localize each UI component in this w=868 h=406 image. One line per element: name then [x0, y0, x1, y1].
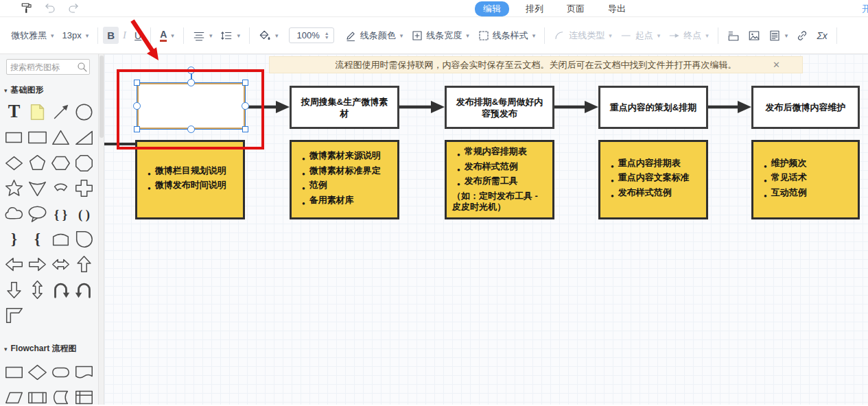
insert-note-button[interactable]: ▾ [764, 27, 793, 45]
note-node[interactable]: ●微博素材来源说明●微博素材标准界定●范例●备用素材库 [290, 140, 399, 219]
redo-icon[interactable] [67, 2, 80, 14]
tab-export[interactable]: 导出 [601, 1, 633, 16]
shape-arc-shape-icon[interactable] [49, 177, 72, 200]
shape-block-arrow-up-icon[interactable] [73, 253, 95, 276]
line-width-button[interactable]: 线条宽度▾ [407, 27, 473, 45]
shape-block-arrow-down-icon[interactable] [3, 278, 25, 301]
tab-page[interactable]: 页面 [560, 1, 591, 16]
shape-sticky-note-icon[interactable] [26, 101, 49, 123]
shape-triangle-icon[interactable] [49, 126, 72, 149]
close-icon[interactable]: ✕ [773, 60, 780, 70]
shape-internal-storage-icon[interactable] [73, 386, 95, 405]
shape-right-triangle-icon[interactable] [73, 126, 95, 149]
shape-terminator-icon[interactable] [49, 361, 72, 383]
shape-block-arrow-double-icon[interactable] [49, 253, 72, 276]
flow-node[interactable]: 重点内容的策划&排期 [598, 86, 708, 129]
shape-brace-left-icon[interactable]: { [26, 228, 49, 250]
section-flowchart-shapes[interactable]: ▾ Flowchart 流程图 [4, 343, 77, 355]
shape-decision-icon[interactable] [26, 361, 49, 383]
bold-button[interactable]: B [103, 27, 119, 44]
collapse-triangle-icon: ▾ [4, 346, 8, 353]
shape-cloud-icon[interactable] [3, 202, 25, 225]
topbar-partial-link[interactable]: 开 [862, 3, 868, 15]
shape-rectangle-large-icon[interactable] [26, 126, 49, 149]
shape-paren-pair-icon[interactable]: ( ) [73, 202, 95, 225]
shape-block-arrow-updown-icon[interactable] [26, 278, 49, 301]
format-painter-icon[interactable] [21, 2, 33, 14]
line-style-button[interactable]: 线条样式▾ [473, 27, 540, 45]
shape-cone-icon[interactable] [26, 177, 49, 200]
font-size-select[interactable]: 13px▾ [58, 27, 93, 43]
line-color-button[interactable]: 线条颜色▾ [341, 27, 408, 45]
search-input[interactable] [10, 62, 76, 72]
tab-arrange[interactable]: 排列 [519, 1, 550, 16]
bullet-icon: ● [611, 176, 614, 187]
insert-link-button[interactable] [792, 27, 812, 45]
zoom-stepper[interactable]: ▲▼ [325, 32, 329, 40]
shape-pentagon-icon[interactable] [26, 152, 49, 174]
shape-corner-shape-icon[interactable] [3, 304, 25, 326]
diagram-canvas[interactable]: 流程图使用时需保持联网，内容会实时保存至云文档。关闭后可在云文档中找到文件并打开… [104, 54, 868, 405]
shape-predefined-process-icon[interactable] [26, 386, 49, 405]
section-basic-shapes[interactable]: ▾ 基础图形 [4, 84, 44, 96]
note-node[interactable]: ●维护频次●常见话术●互动范例 [751, 140, 860, 219]
undo-icon[interactable] [44, 2, 56, 14]
flowchart-shapes-grid [2, 359, 98, 405]
shape-stored-data-icon[interactable] [49, 386, 72, 405]
font-family-select[interactable]: 微软雅黑▾ [7, 27, 58, 45]
shape-rectangle-icon[interactable] [3, 126, 25, 149]
zoom-control[interactable]: 100% ▲▼ [289, 27, 333, 43]
flow-node[interactable]: 发布后微博内容维护 [751, 86, 860, 129]
shape-parallelogram-icon[interactable] [3, 386, 25, 405]
note-node[interactable]: ●微博栏目规划说明●微博发布时间说明 [135, 140, 245, 219]
chevron-down-icon: ▾ [209, 32, 213, 39]
shape-block-arrow-right-icon[interactable] [26, 253, 49, 276]
chevron-down-icon: ▾ [532, 32, 536, 39]
shape-line-arrow-icon[interactable] [49, 101, 72, 123]
shape-brace-pair-icon[interactable]: { } [49, 202, 72, 225]
bullet-icon: ● [764, 161, 767, 173]
sidebar-scrollbar[interactable] [99, 54, 104, 405]
toolbar-divider [718, 27, 718, 44]
shape-hexagon-icon[interactable] [49, 152, 72, 174]
shape-diamond-icon[interactable] [3, 152, 25, 174]
flow-node[interactable]: 按周搜集&生产微博素材 [290, 86, 399, 129]
shape-cross-icon[interactable] [73, 177, 95, 200]
text-align-button[interactable]: ▾ [189, 27, 217, 45]
chevron-down-icon: ▾ [275, 32, 279, 39]
end-point-button: 终点▾ [664, 27, 713, 45]
shape-document-icon[interactable] [73, 361, 95, 383]
shape-star-icon[interactable] [3, 177, 25, 200]
connector-stub[interactable] [104, 143, 135, 145]
shape-brace-right-icon[interactable]: } [3, 228, 25, 250]
tab-edit[interactable]: 编辑 [475, 1, 509, 16]
shape-text-icon[interactable]: T [3, 101, 25, 123]
italic-button[interactable]: I [119, 27, 130, 44]
fill-color-button[interactable]: ▾ [255, 27, 283, 45]
shape-direct-data-icon[interactable] [73, 228, 95, 250]
note-node[interactable]: ●常规内容排期表●发布样式范例●发布所需工具（如：定时发布工具 -皮皮时光机） [445, 140, 554, 219]
line-spacing-button[interactable]: ▾ [216, 27, 244, 45]
scrollbar-thumb[interactable] [99, 56, 104, 138]
rotation-handle[interactable] [187, 67, 195, 74]
selected-flow-node[interactable] [137, 83, 245, 129]
shape-search-box[interactable] [6, 59, 90, 75]
shape-card-icon[interactable] [49, 228, 72, 250]
shape-process-icon[interactable] [3, 361, 25, 383]
shape-octagon-icon[interactable] [73, 152, 95, 174]
font-color-button[interactable]: A▾ [156, 27, 178, 45]
note-node[interactable]: ●重点内容排期表●重点内容文案标准●发布样式范例 [598, 140, 708, 219]
insert-image-button[interactable] [744, 27, 764, 45]
layout-button[interactable] [723, 27, 744, 45]
shape-circle-icon[interactable] [73, 101, 95, 123]
line-spacing-icon [220, 29, 233, 42]
toolbar-divider [836, 27, 837, 44]
shape-uturn-arrow-alt-icon[interactable] [73, 278, 95, 301]
shape-oval-callout-icon[interactable] [26, 202, 49, 225]
insert-formula-button[interactable]: Σx [812, 27, 831, 44]
shape-uturn-arrow-icon[interactable] [49, 278, 72, 301]
shape-block-arrow-left-icon[interactable] [3, 253, 25, 276]
underline-button[interactable]: U [130, 27, 145, 44]
flow-node[interactable]: 发布排期&每周做好内容预发布 [445, 86, 554, 129]
basic-shapes-grid: T{ }( )}{ [2, 99, 98, 328]
